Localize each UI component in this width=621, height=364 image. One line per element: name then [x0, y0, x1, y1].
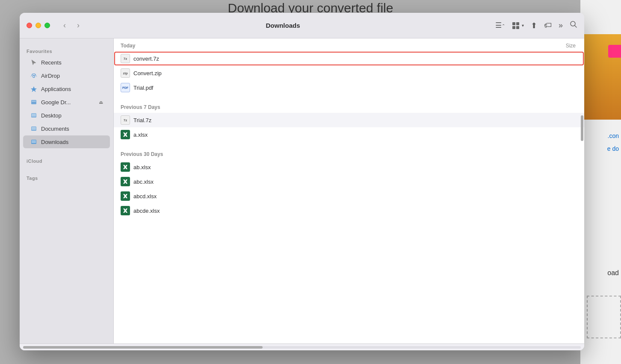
sidebar-item-desktop[interactable]: Desktop [23, 109, 110, 122]
scrollbar-track [580, 38, 583, 343]
finder-window: ‹ › Downloads ☰⌃ ▾ ⬆ 🏷 » [20, 13, 584, 350]
svg-rect-2 [512, 26, 515, 29]
downloads-label: Downloads [41, 139, 68, 145]
minimize-button[interactable] [35, 23, 41, 28]
a-xlsx-name: a.xlsx [133, 132, 148, 138]
xlsx-icon-ab [121, 162, 130, 172]
abcd-xlsx-name: abcd.xlsx [133, 193, 157, 200]
forward-button[interactable]: › [72, 20, 84, 32]
eject-icon: ⏏ [99, 100, 103, 105]
sidebar-item-airdrop[interactable]: AirDrop [23, 69, 110, 82]
bottom-scrollbar-thumb[interactable] [23, 346, 263, 349]
recents-label: Recents [41, 59, 62, 66]
prev30-section-header: Previous 30 Days [114, 147, 584, 160]
convert-zip-name: Convert.zip [133, 70, 162, 76]
grid-view-icon[interactable]: ▾ [512, 22, 524, 29]
sidebar-item-documents[interactable]: Documents [23, 122, 110, 135]
google-drive-label: Google Dr... [41, 99, 71, 106]
airdrop-label: AirDrop [41, 73, 60, 79]
desktop-label: Desktop [41, 112, 62, 119]
svg-line-5 [575, 26, 577, 27]
prev7-section-header: Previous 7 Days [114, 100, 584, 113]
google-drive-icon [30, 98, 38, 106]
share-icon[interactable]: ⬆ [531, 21, 537, 30]
file-row-convert-7z[interactable]: 7z convert.7z [114, 51, 584, 66]
icloud-label: iCloud [20, 155, 113, 165]
svg-point-6 [33, 76, 35, 78]
xlsx-icon-abcd [121, 191, 130, 201]
xlsx-icon-a [121, 130, 130, 139]
file-row-convert-zip[interactable]: zip Convert.zip [114, 66, 584, 80]
7z-icon-trial: 7z [121, 115, 130, 125]
tags-label: Tags [20, 172, 113, 182]
bottom-scrollbar-track [23, 346, 581, 349]
file-row-ab-xlsx[interactable]: ab.xlsx [114, 160, 584, 174]
svg-rect-12 [32, 127, 36, 130]
file-row-abcde-xlsx[interactable]: abcde.xlsx [114, 203, 584, 218]
downloads-icon [30, 138, 38, 146]
trial-pdf-name: Trial.pdf [133, 85, 153, 91]
toolbar-actions: ☰⌃ ▾ ⬆ 🏷 » [495, 21, 577, 30]
favourites-label: Favourites [20, 45, 113, 56]
file-row-trial-pdf[interactable]: PDF Trial.pdf [114, 80, 584, 95]
svg-rect-7 [31, 100, 36, 104]
tag-icon[interactable]: 🏷 [544, 21, 552, 30]
back-button[interactable]: ‹ [59, 20, 71, 32]
search-icon[interactable] [570, 21, 577, 30]
bg-text-1: .con [608, 132, 619, 139]
convert-7z-name: convert.7z [133, 56, 159, 62]
svg-rect-8 [32, 101, 36, 102]
scrollbar-thumb[interactable] [581, 115, 583, 141]
bg-text-2: e do [607, 145, 619, 152]
file-row-trial-7z[interactable]: 7z Trial.7z [114, 113, 584, 127]
more-icon[interactable]: » [559, 21, 563, 30]
airdrop-icon [30, 72, 38, 79]
pdf-icon-trial: PDF [121, 83, 130, 92]
desktop-icon [30, 112, 38, 119]
sidebar-item-recents[interactable]: Recents [23, 56, 110, 69]
documents-icon [30, 125, 38, 132]
bg-text-3: oad [607, 269, 619, 277]
file-row-a-xlsx[interactable]: a.xlsx [114, 127, 584, 142]
sidebar-item-applications[interactable]: Applications [23, 82, 110, 95]
sidebar-item-downloads[interactable]: Downloads [23, 135, 110, 148]
background-right: .con e do oad [580, 0, 621, 364]
trial-7z-name: Trial.7z [133, 117, 151, 123]
applications-label: Applications [41, 86, 71, 92]
toolbar: ‹ › Downloads ☰⌃ ▾ ⬆ 🏷 » [20, 13, 584, 38]
sidebar: Favourites Recents [20, 38, 114, 343]
svg-rect-14 [32, 140, 36, 143]
7z-icon-convert: 7z [121, 54, 130, 63]
file-area: Size Today 7z convert.7z zip Convert.zip… [114, 38, 584, 343]
file-row-abc-xlsx[interactable]: abc.xlsx [114, 174, 584, 189]
list-view-icon[interactable]: ☰⌃ [495, 21, 505, 30]
window-title: Downloads [91, 22, 475, 29]
traffic-lights [27, 23, 50, 28]
xlsx-icon-abc [121, 177, 130, 186]
applications-icon [30, 85, 38, 93]
sidebar-item-google-drive[interactable]: Google Dr... ⏏ [23, 96, 110, 109]
zip-icon-convert: zip [121, 68, 130, 78]
dashed-box [587, 296, 621, 338]
recents-icon [30, 59, 38, 66]
abc-xlsx-name: abc.xlsx [133, 179, 154, 185]
abcde-xlsx-name: abcde.xlsx [133, 208, 160, 214]
nav-buttons: ‹ › [59, 20, 84, 32]
xlsx-icon-abcde [121, 206, 130, 215]
svg-rect-0 [512, 22, 515, 25]
maximize-button[interactable] [44, 23, 50, 28]
file-row-abcd-xlsx[interactable]: abcd.xlsx [114, 189, 584, 203]
svg-point-4 [571, 21, 575, 26]
ab-xlsx-name: ab.xlsx [133, 164, 151, 170]
svg-rect-10 [32, 114, 36, 117]
today-section-header: Today [114, 38, 584, 51]
bottom-scrollbar [20, 343, 584, 350]
size-column-header: Size [566, 43, 576, 49]
pink-button-fragment [608, 45, 621, 58]
close-button[interactable] [27, 23, 32, 28]
svg-rect-1 [516, 22, 519, 25]
main-content: Favourites Recents [20, 38, 584, 343]
svg-rect-3 [516, 26, 519, 29]
documents-label: Documents [41, 126, 69, 132]
